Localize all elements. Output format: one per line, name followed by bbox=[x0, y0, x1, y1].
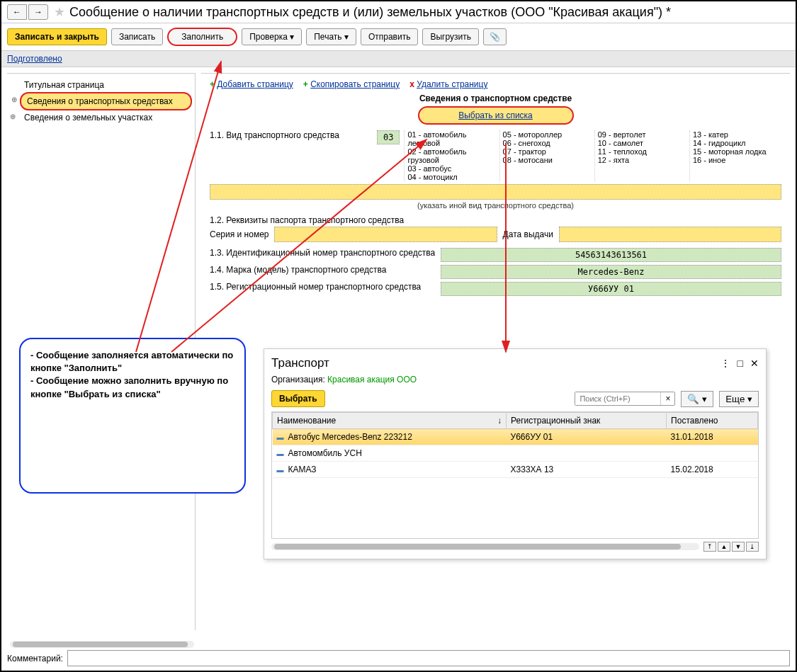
col-reg[interactable]: Регистрационный знак bbox=[507, 413, 667, 429]
close-icon[interactable]: ✕ bbox=[750, 358, 759, 369]
search-input[interactable] bbox=[575, 392, 660, 405]
write-button[interactable]: Записать bbox=[111, 28, 163, 45]
forward-button[interactable]: → bbox=[28, 4, 48, 20]
field-1-5-label: 1.5. Регистрационный номер транспортного… bbox=[210, 282, 436, 292]
org-label: Организация: bbox=[271, 375, 325, 385]
vin-value[interactable]: 54563143613561 bbox=[441, 248, 781, 262]
dialog-title: Транспорт bbox=[271, 356, 329, 370]
page-title: Сообщение о наличии транспортных средств… bbox=[69, 5, 671, 20]
write-close-button[interactable]: Записать и закрыть bbox=[7, 28, 107, 45]
send-button[interactable]: Отправить bbox=[361, 28, 419, 45]
back-button[interactable]: ← bbox=[7, 4, 27, 20]
item-icon: ▬ bbox=[277, 466, 284, 474]
issue-date-label: Дата выдачи bbox=[503, 229, 553, 239]
attachment-button[interactable]: 📎 bbox=[483, 28, 507, 45]
horizontal-scrollbar[interactable] bbox=[271, 543, 699, 550]
serial-input[interactable] bbox=[274, 227, 497, 242]
field-1-2-label: 1.2. Реквизиты паспорта транспортного ср… bbox=[210, 215, 781, 225]
table-row[interactable]: ▬Автобус Mercedes-Benz 223212 У666УУ 013… bbox=[273, 429, 758, 445]
sidebar-item-title-page[interactable]: Титульная страница bbox=[20, 78, 192, 92]
maximize-icon[interactable]: □ bbox=[737, 358, 743, 369]
field-1-3-label: 1.3. Идентификационный номер транспортно… bbox=[210, 248, 436, 258]
comment-label: Комментарий: bbox=[7, 654, 63, 664]
print-button[interactable]: Печать ▾ bbox=[306, 28, 356, 45]
field-1-4-label: 1.4. Марка (модель) транспортного средст… bbox=[210, 265, 436, 275]
select-from-list-link[interactable]: Выбрать из списка bbox=[418, 106, 574, 125]
vehicle-types-reference: 01 - автомобиль легковой02 - автомобиль … bbox=[404, 130, 781, 181]
transport-dialog: Транспорт ⋮ □ ✕ Организация: Красивая ак… bbox=[264, 348, 767, 559]
export-button[interactable]: Выгрузить bbox=[422, 28, 479, 45]
more-button[interactable]: Еще ▾ bbox=[719, 391, 759, 407]
item-icon: ▬ bbox=[277, 450, 284, 457]
paperclip-icon: 📎 bbox=[490, 32, 500, 42]
chevron-down-icon: ▾ bbox=[290, 32, 294, 42]
item-icon: ▬ bbox=[277, 433, 284, 441]
nav-up-icon[interactable]: ▲ bbox=[718, 542, 730, 552]
make-model-value[interactable]: Mercedes-Benz bbox=[441, 265, 781, 279]
nav-down-icon[interactable]: ▼ bbox=[732, 542, 745, 552]
add-page-link[interactable]: + Добавить страницу bbox=[210, 79, 293, 89]
sidebar-item-land[interactable]: Сведения о земельных участках bbox=[20, 110, 192, 125]
sidebar-item-vehicles[interactable]: Сведения о транспортных средствах bbox=[20, 92, 192, 110]
clear-search-icon[interactable]: × bbox=[660, 392, 674, 405]
serial-label: Серия и номер bbox=[210, 229, 269, 239]
col-date[interactable]: Поставлено bbox=[667, 413, 758, 429]
col-name[interactable]: Наименование ↓ bbox=[273, 413, 507, 429]
section-header: Сведения о транспортном средстве bbox=[210, 93, 781, 103]
vehicle-type-code[interactable]: 03 bbox=[377, 130, 400, 144]
table-row[interactable]: ▬КАМАЗ Х333ХА 1315.02.2018 bbox=[273, 462, 758, 478]
other-type-input[interactable] bbox=[210, 184, 781, 200]
issue-date-input[interactable] bbox=[559, 227, 781, 242]
chevron-down-icon: ▾ bbox=[702, 394, 707, 404]
table-row[interactable]: ▬Автомомбиль УСН bbox=[273, 445, 758, 462]
comment-input[interactable] bbox=[67, 650, 790, 666]
delete-page-link[interactable]: x Удалить страницу bbox=[409, 79, 487, 89]
check-button[interactable]: Проверка ▾ bbox=[242, 28, 302, 45]
dialog-select-button[interactable]: Выбрать bbox=[271, 390, 325, 407]
star-icon[interactable]: ★ bbox=[54, 4, 65, 20]
nav-first-icon[interactable]: ⤒ bbox=[703, 542, 716, 552]
menu-icon[interactable]: ⋮ bbox=[720, 358, 730, 369]
copy-page-link[interactable]: + Скопировать страницу bbox=[303, 79, 400, 89]
search-button[interactable]: 🔍 ▾ bbox=[681, 391, 713, 407]
reg-number-value[interactable]: У666УУ 01 bbox=[441, 282, 781, 296]
annotation-callout: - Сообщение заполняется автоматически по… bbox=[19, 338, 246, 494]
sidebar-scrollbar[interactable] bbox=[10, 641, 194, 648]
nav-last-icon[interactable]: ⤓ bbox=[746, 542, 759, 552]
fill-button[interactable]: Заполнить bbox=[167, 28, 237, 46]
search-icon: 🔍 bbox=[687, 394, 699, 404]
chevron-down-icon: ▾ bbox=[344, 32, 349, 42]
org-value: Красивая акация ООО bbox=[327, 375, 417, 385]
chevron-down-icon: ▾ bbox=[747, 394, 752, 404]
other-type-hint: (указать иной вид транспортного средства… bbox=[210, 201, 781, 210]
field-1-1-label: 1.1. Вид транспортного средства bbox=[210, 130, 373, 140]
status-link[interactable]: Подготовлено bbox=[7, 54, 62, 64]
